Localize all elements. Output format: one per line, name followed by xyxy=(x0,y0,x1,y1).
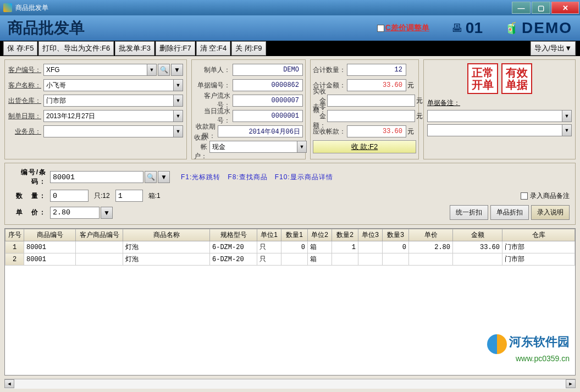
notes-dropdown-2[interactable]: ▼ xyxy=(562,124,572,136)
payment-button[interactable]: 收 款:F2 xyxy=(313,140,416,153)
table-row[interactable]: 180001灯泡6-DZM-20只0箱102.8033.60门市部 xyxy=(5,241,575,253)
price-dropdown-icon[interactable]: ▼ xyxy=(101,207,113,219)
grid-header[interactable]: 仓库 xyxy=(502,229,575,241)
bill-date-label: 制单日期： xyxy=(8,112,43,121)
salesman-label: 业务员： xyxy=(8,127,43,136)
product-notes-checkbox[interactable] xyxy=(521,192,528,200)
total-qty-label: 合计数量： xyxy=(313,65,347,75)
price-adjust-checkbox[interactable] xyxy=(377,25,384,32)
account-input[interactable] xyxy=(209,141,297,153)
price-label: 单 价： xyxy=(10,208,50,217)
customer-code-input[interactable] xyxy=(43,64,147,76)
grid-header[interactable]: 单位3 xyxy=(358,229,383,241)
paid-input[interactable] xyxy=(327,95,415,107)
clear-button[interactable]: 清 空:F4 xyxy=(196,41,230,56)
quantity-input[interactable] xyxy=(50,190,89,202)
product-grid: 序号商品编号客户商品编号商品名称规格型号单位1数量1单位2数量2单位3数量3单价… xyxy=(4,228,576,376)
product-more-icon[interactable]: ▼ xyxy=(158,171,170,183)
grid-header[interactable]: 客户商品编号 xyxy=(76,229,123,241)
close-button[interactable]: ✕ xyxy=(551,2,579,14)
bill-date-input[interactable] xyxy=(43,110,174,122)
grid-header[interactable]: 单价 xyxy=(409,229,453,241)
horizontal-scrollbar[interactable]: ◄ ► xyxy=(4,379,576,389)
receivable-unit: 元 xyxy=(406,127,416,136)
customer-code-label: 客户编号： xyxy=(8,65,43,75)
customer-code-dropdown[interactable]: ▼ xyxy=(147,64,157,76)
grid-header[interactable]: 金额 xyxy=(453,229,502,241)
minimize-button[interactable]: — xyxy=(512,2,531,14)
grid-header[interactable]: 单位2 xyxy=(308,229,332,241)
bulk-discount-button[interactable]: 统一折扣 xyxy=(450,205,488,220)
maker-value: DEMO xyxy=(233,64,303,76)
total-amount-value: 33.60 xyxy=(347,79,406,91)
daily-flow-value: 0000001 xyxy=(233,110,303,122)
account-dropdown[interactable]: ▼ xyxy=(297,141,307,153)
header: 商品批发单 C差价调整单 🖶 01 🧃 DEMO xyxy=(0,15,580,41)
grid-header[interactable]: 数量1 xyxy=(281,229,308,241)
grid-header[interactable]: 规格型号 xyxy=(210,229,257,241)
round-unit: 元 xyxy=(415,112,423,121)
notes-dropdown-1[interactable]: ▼ xyxy=(562,110,572,122)
user-icon: 🧃 xyxy=(505,21,518,35)
close-form-button[interactable]: 关 闭:F9 xyxy=(231,41,266,56)
warehouse-input[interactable] xyxy=(43,95,174,107)
customer-flow-value: 0000007 xyxy=(233,95,303,107)
user-name: DEMO xyxy=(522,19,572,37)
price-input[interactable] xyxy=(50,207,100,219)
grid-header[interactable]: 数量3 xyxy=(383,229,409,241)
round-input[interactable] xyxy=(327,110,415,122)
save-button[interactable]: 保 存:F5 xyxy=(3,41,37,56)
bill-panel: 制单人：DEMO 单据编号：0000862 客户流水号：0000007 当日流水… xyxy=(191,59,306,159)
print-export-button[interactable]: 打印、导出为文件:F6 xyxy=(38,41,114,56)
grid-header[interactable]: 商品名称 xyxy=(123,229,210,241)
table-row[interactable]: 280001灯泡6-DZM-20只箱门市部 xyxy=(5,253,575,266)
scroll-left-icon[interactable]: ◄ xyxy=(4,379,14,388)
due-date-input[interactable] xyxy=(218,125,303,137)
customer-name-label: 客户名称： xyxy=(8,81,43,90)
app-icon xyxy=(3,3,12,12)
status-valid-badge: 有效单据 xyxy=(501,63,532,94)
station-number: 01 xyxy=(466,19,483,37)
customer-panel: 客户编号： ▼ 🔍 ▼ 客户名称： ▼ 出货仓库： ▼ 制单日期： ▼ xyxy=(4,59,187,159)
entry-hints: F1:光标跳转 F8:查找商品 F10:显示商品详情 xyxy=(181,173,333,182)
customer-name-dropdown[interactable]: ▼ xyxy=(173,79,183,91)
customer-search-icon[interactable]: 🔍 xyxy=(158,64,170,76)
grid-header[interactable]: 单位1 xyxy=(257,229,281,241)
box-qty-input[interactable] xyxy=(115,190,143,202)
price-adjust-label[interactable]: C差价调整单 xyxy=(385,23,429,33)
customer-name-input[interactable] xyxy=(43,79,174,91)
amount-unit: 元 xyxy=(406,81,416,90)
notes-input-2[interactable] xyxy=(427,124,562,136)
toolbar: 保 存:F5 打印、导出为文件:F6 批发单:F3 删除行:F7 清 空:F4 … xyxy=(0,41,580,56)
bill-no-value: 0000862 xyxy=(233,79,303,91)
entry-note-button[interactable]: 录入说明 xyxy=(531,205,570,220)
delete-row-button[interactable]: 删除行:F7 xyxy=(156,41,195,56)
item-discount-button[interactable]: 单品折扣 xyxy=(490,205,529,220)
product-search-icon[interactable]: 🔍 xyxy=(145,171,157,183)
warehouse-label: 出货仓库： xyxy=(8,96,43,106)
warehouse-dropdown[interactable]: ▼ xyxy=(173,95,183,107)
grid-header[interactable]: 数量2 xyxy=(332,229,358,241)
maximize-button[interactable]: ▢ xyxy=(532,2,550,14)
grid-header[interactable]: 序号 xyxy=(5,229,24,241)
maker-label: 制单人： xyxy=(194,65,233,75)
totals-panel: 合计数量：12 合计金额：33.60元 实收金额：元 去零金额：元 应收帐款：3… xyxy=(310,59,419,159)
scroll-right-icon[interactable]: ► xyxy=(566,379,576,388)
grid-table[interactable]: 序号商品编号客户商品编号商品名称规格型号单位1数量1单位2数量2单位3数量3单价… xyxy=(5,229,575,266)
salesman-input[interactable] xyxy=(43,125,174,137)
status-panel: 正常开单 有效单据 单据备注： ▼ ▼ xyxy=(423,59,576,159)
account-label: 收款帐户： xyxy=(194,133,209,161)
status-normal-badge: 正常开单 xyxy=(467,63,498,94)
paid-unit: 元 xyxy=(415,96,423,106)
bill-date-dropdown[interactable]: ▼ xyxy=(173,110,183,122)
import-export-button[interactable]: 导入/导出▼ xyxy=(531,41,576,56)
notes-label: 单据备注： xyxy=(427,98,572,108)
grid-header[interactable]: 商品编号 xyxy=(24,229,76,241)
receivable-label: 应收帐款： xyxy=(313,127,347,136)
product-code-label: 编号/条码： xyxy=(10,168,50,186)
product-code-input[interactable] xyxy=(50,171,143,183)
notes-input-1[interactable] xyxy=(427,110,562,122)
wholesale-button[interactable]: 批发单:F3 xyxy=(115,41,154,56)
salesman-dropdown[interactable]: ▼ xyxy=(173,125,183,137)
customer-more-icon[interactable]: ▼ xyxy=(171,64,183,76)
